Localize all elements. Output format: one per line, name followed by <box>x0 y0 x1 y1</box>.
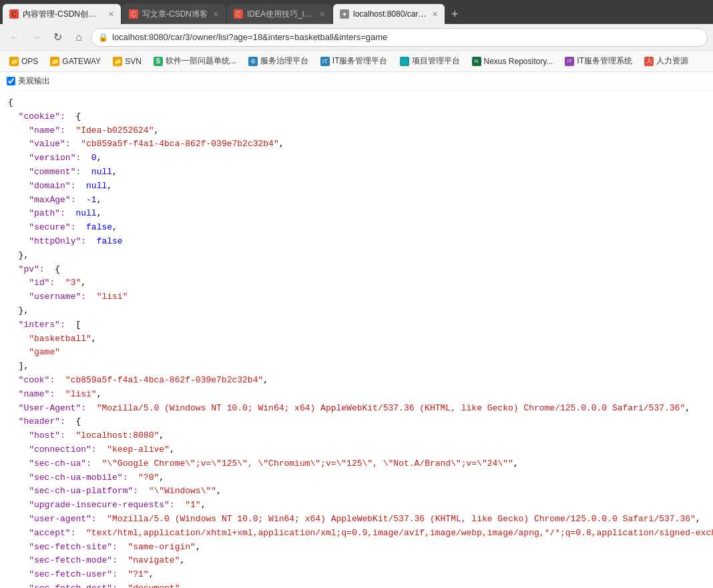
bookmark-icon-it-service: IT <box>320 57 330 66</box>
pretty-print-label[interactable]: 美观输出 <box>7 75 50 87</box>
tab-favicon-2: C <box>129 9 138 19</box>
bookmark-label-service: 服务治理平台 <box>260 55 308 67</box>
tab-close-2[interactable]: ✕ <box>213 10 219 19</box>
tab-label-1: 内容管理-CSDN创作中心 <box>23 9 103 20</box>
back-button[interactable]: ← <box>5 28 24 47</box>
tab-favicon-3: C <box>234 9 243 19</box>
bookmark-icon-software: S <box>154 57 163 66</box>
bookmarks-bar: 📁 OPS 📁 GATEWAY 📁 SVN S 软件一部问题单统... ⚙ 服务… <box>0 51 713 72</box>
tab-label-3: IDEA使用技巧_idea 不想在def <box>247 9 314 20</box>
nav-bar: ← → ↻ ⌂ 🔒 localhost:8080/car/3/owner/lis… <box>0 24 713 51</box>
tabs-bar: C 内容管理-CSDN创作中心 ✕ C 写文章-CSDN博客 ✕ C IDEA使… <box>0 0 713 24</box>
tab-close-1[interactable]: ✕ <box>108 10 114 19</box>
bookmark-project[interactable]: 🌐 项目管理平台 <box>395 54 465 68</box>
bookmark-service[interactable]: ⚙ 服务治理平台 <box>243 54 314 68</box>
tab-close-4[interactable]: ✕ <box>432 10 438 19</box>
forward-button[interactable]: → <box>27 28 45 47</box>
bookmark-it-service[interactable]: IT IT服务管理平台 <box>315 54 393 68</box>
pretty-print-checkbox[interactable] <box>7 77 15 85</box>
bookmark-label-nexus: Nexus Repository... <box>484 57 553 66</box>
pretty-print-bar: 美观输出 <box>0 72 713 91</box>
bookmark-svn[interactable]: 📁 SVN <box>107 55 147 67</box>
tab-label-4: localhost:8080/car/3/owner/ <box>353 9 427 19</box>
tab-4[interactable]: ● localhost:8080/car/3/owner/ ✕ <box>333 4 445 24</box>
tab-3[interactable]: C IDEA使用技巧_idea 不想在def ✕ <box>227 4 332 24</box>
bookmark-it-mgmt[interactable]: IT IT服务管理系统 <box>559 54 638 68</box>
bookmark-ops[interactable]: 📁 OPS <box>4 55 43 67</box>
bookmark-icon-hr: 人 <box>644 57 654 66</box>
tab-2[interactable]: C 写文章-CSDN博客 ✕ <box>122 4 226 24</box>
bookmark-label-ops: OPS <box>21 57 38 66</box>
bookmark-icon-service: ⚙ <box>248 57 258 66</box>
pretty-print-text: 美观输出 <box>18 75 50 87</box>
bookmark-icon-svn: 📁 <box>113 57 122 66</box>
url-text: localhost:8080/car/3/owner/lisi?age=18&i… <box>112 32 700 42</box>
tab-close-3[interactable]: ✕ <box>319 10 325 19</box>
lock-icon: 🔒 <box>98 33 108 42</box>
refresh-button[interactable]: ↻ <box>48 28 67 47</box>
bookmark-icon-ops: 📁 <box>9 57 19 66</box>
bookmark-icon-nexus: N <box>472 57 481 66</box>
new-tab-button[interactable]: + <box>446 4 464 24</box>
tab-favicon-4: ● <box>340 9 349 19</box>
bookmark-icon-gateway: 📁 <box>50 57 59 66</box>
bookmark-hr[interactable]: 人 人力资源 <box>639 54 694 68</box>
tab-1[interactable]: C 内容管理-CSDN创作中心 ✕ <box>3 4 121 24</box>
bookmark-label-gateway: GATEWAY <box>62 57 101 66</box>
json-content: { "cookie": { "name": "Idea-b0252624", "… <box>0 91 713 588</box>
bookmark-label-software: 软件一部问题单统... <box>166 55 236 67</box>
bookmark-label-it-mgmt: IT服务管理系统 <box>577 55 632 67</box>
bookmark-label-project: 项目管理平台 <box>412 55 460 67</box>
bookmark-label-hr: 人力资源 <box>656 55 688 67</box>
bookmark-gateway[interactable]: 📁 GATEWAY <box>45 55 106 67</box>
bookmark-software[interactable]: S 软件一部问题单统... <box>148 54 242 68</box>
tab-label-2: 写文章-CSDN博客 <box>142 9 208 20</box>
bookmark-label-it-service: IT服务管理平台 <box>332 55 388 67</box>
tab-favicon-1: C <box>9 9 19 19</box>
home-button[interactable]: ⌂ <box>69 28 88 47</box>
bookmark-label-svn: SVN <box>125 57 142 66</box>
address-bar[interactable]: 🔒 localhost:8080/car/3/owner/lisi?age=18… <box>91 28 708 47</box>
bookmark-nexus[interactable]: N Nexus Repository... <box>467 55 559 67</box>
bookmark-icon-it-mgmt: IT <box>565 57 574 66</box>
bookmark-icon-project: 🌐 <box>400 57 409 66</box>
